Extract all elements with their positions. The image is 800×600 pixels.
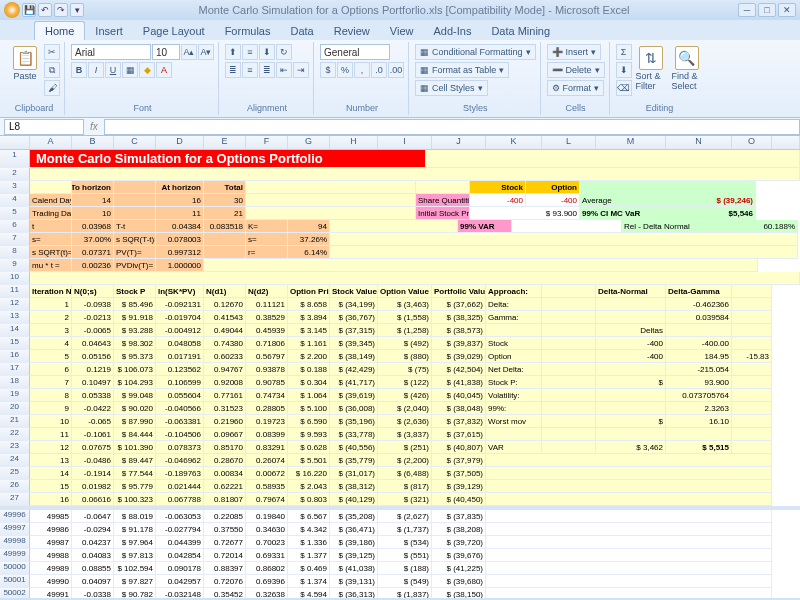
cell[interactable]: 93.900	[666, 376, 732, 389]
cell[interactable]: 0.34630	[246, 523, 288, 536]
cell[interactable]: $ (1,558)	[378, 311, 432, 324]
cell[interactable]: $ (40,129)	[330, 493, 378, 506]
cell[interactable]: $ (41,225)	[432, 562, 486, 575]
cell[interactable]: 0.042854	[156, 549, 204, 562]
cell[interactable]: Iteration No.	[30, 285, 72, 298]
cell[interactable]: 0.21960	[204, 415, 246, 428]
row-header[interactable]: 25	[0, 467, 30, 480]
cell[interactable]: $ (38,573)	[432, 324, 486, 337]
cell[interactable]: Worst mov	[486, 415, 542, 428]
cell[interactable]: $ (38,150)	[432, 588, 486, 598]
cell[interactable]: $ (36,471)	[330, 523, 378, 536]
cell[interactable]: 0.08855	[72, 562, 114, 575]
cell[interactable]: $ 4.594	[288, 588, 330, 598]
cell[interactable]: 0.06616	[72, 493, 114, 506]
row-header[interactable]: 15	[0, 337, 30, 350]
autosum-icon[interactable]: Σ	[616, 44, 632, 60]
cell[interactable]: $ (188)	[378, 562, 432, 575]
tab-data-mining[interactable]: Data Mining	[481, 22, 560, 40]
cell[interactable]	[542, 402, 596, 415]
cell[interactable]	[542, 441, 596, 454]
row-header[interactable]: 14	[0, 324, 30, 337]
font-size-select[interactable]: 10	[152, 44, 180, 60]
row-header[interactable]: 22	[0, 428, 30, 441]
cell[interactable]: $ (2,627)	[378, 510, 432, 523]
cell[interactable]: Delta-Gamma	[666, 285, 732, 298]
cell[interactable]: 0.94767	[204, 363, 246, 376]
cell[interactable]: Option Price	[288, 285, 330, 298]
cell[interactable]: -400.00	[666, 337, 732, 350]
cell[interactable]: 15	[30, 480, 72, 493]
cell[interactable]: $ 95.373	[114, 350, 156, 363]
cell[interactable]: Delta:	[486, 298, 542, 311]
cell[interactable]: 0.77161	[204, 389, 246, 402]
cell[interactable]	[732, 324, 772, 337]
align-middle-icon[interactable]: ≡	[242, 44, 258, 60]
cell[interactable]	[486, 523, 772, 536]
row-header[interactable]: 9	[0, 259, 30, 272]
cell[interactable]	[732, 402, 772, 415]
increase-decimal-icon[interactable]: .0	[371, 62, 387, 78]
cell[interactable]: $ (39,246)	[668, 194, 756, 207]
cell[interactable]	[732, 311, 772, 324]
cell[interactable]: $ (39,125)	[330, 549, 378, 562]
cell[interactable]: $ (42,429)	[330, 363, 378, 376]
cell[interactable]: Portfolic Value	[432, 285, 486, 298]
formula-bar[interactable]	[104, 119, 800, 135]
col-header[interactable]: C	[114, 136, 156, 149]
tab-formulas[interactable]: Formulas	[215, 22, 281, 40]
cell[interactable]: s=	[246, 233, 288, 246]
col-header[interactable]: H	[330, 136, 378, 149]
cell[interactable]: $ 84.444	[114, 428, 156, 441]
col-header[interactable]: O	[732, 136, 772, 149]
row-header[interactable]: 10	[0, 272, 30, 285]
percent-icon[interactable]: %	[337, 62, 353, 78]
col-header[interactable]: N	[666, 136, 732, 149]
cell[interactable]: 11	[156, 207, 204, 220]
cell[interactable]: Share Quantities	[416, 194, 470, 207]
cell[interactable]: 0.26074	[246, 454, 288, 467]
cell[interactable]	[204, 233, 246, 246]
cell[interactable]: $ (551)	[378, 549, 432, 562]
cell[interactable]	[330, 220, 458, 233]
cell[interactable]: 0.83291	[246, 441, 288, 454]
cell[interactable]: $ (122)	[378, 376, 432, 389]
cell[interactable]: -0.1914	[72, 467, 114, 480]
cell[interactable]: 49987	[30, 536, 72, 549]
cell[interactable]: Deltas	[596, 324, 666, 337]
cell[interactable]: 6	[30, 363, 72, 376]
align-top-icon[interactable]: ⬆	[225, 44, 241, 60]
col-header[interactable]: L	[542, 136, 596, 149]
cell[interactable]: $ (2,200)	[378, 454, 432, 467]
cell[interactable]: 0.04083	[72, 549, 114, 562]
format-as-table-button[interactable]: ▦Format as Table ▾	[415, 62, 509, 78]
cell[interactable]: s SQR(T-t)=	[114, 233, 156, 246]
cell[interactable]	[114, 181, 156, 194]
col-header[interactable]: D	[156, 136, 204, 149]
cell[interactable]: N(d1)	[204, 285, 246, 298]
cell[interactable]: $ 98.302	[114, 337, 156, 350]
cell[interactable]: -0.104506	[156, 428, 204, 441]
row-header[interactable]: 49996	[0, 510, 30, 523]
cell[interactable]: $ 100.323	[114, 493, 156, 506]
cell[interactable]: 0.74380	[204, 337, 246, 350]
find-select-button[interactable]: 🔍Find & Select	[670, 44, 704, 93]
cell[interactable]: Option	[526, 181, 580, 194]
tab-addins[interactable]: Add-Ins	[423, 22, 481, 40]
cell[interactable]: $ (39,680)	[432, 575, 486, 588]
cell[interactable]: $ 1.161	[288, 337, 330, 350]
cell[interactable]: 0.07371	[72, 246, 114, 259]
cut-icon[interactable]: ✂	[44, 44, 60, 60]
cell[interactable]	[732, 285, 772, 298]
font-color-button[interactable]: A	[156, 62, 172, 78]
cell-styles-button[interactable]: ▦Cell Styles ▾	[415, 80, 488, 96]
cell[interactable]: N(d2)	[246, 285, 288, 298]
cell[interactable]: mu * t =	[30, 259, 72, 272]
cell[interactable]: 21	[204, 207, 246, 220]
cell[interactable]: 0.72014	[204, 549, 246, 562]
cell[interactable]: 0.123562	[156, 363, 204, 376]
col-header[interactable]: B	[72, 136, 114, 149]
cell[interactable]: $ (40,450)	[432, 493, 486, 506]
cell[interactable]: 0.042957	[156, 575, 204, 588]
cell[interactable]: 184.95	[666, 350, 732, 363]
